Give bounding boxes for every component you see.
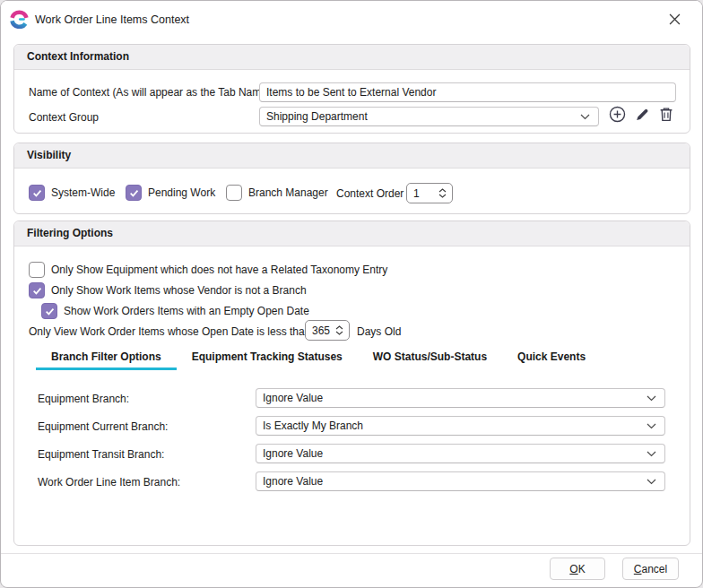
system-wide-checkbox-field[interactable]: System-Wide: [29, 185, 115, 201]
days-old-label: Days Old: [357, 325, 401, 338]
equipment-branch-value: Ignore Value: [263, 392, 323, 404]
name-of-context-label: Name of Context (As will appear as the T…: [29, 86, 271, 99]
empty-open-date-checkbox-field[interactable]: Show Work Orders Items with an Empty Ope…: [41, 303, 309, 319]
chevron-down-icon: [647, 447, 656, 460]
equipment-transit-branch-combobox[interactable]: Ignore Value: [256, 444, 665, 463]
spin-down-icon[interactable]: [335, 331, 343, 335]
tab-equipment-tracking-statuses[interactable]: Equipment Tracking Statuses: [177, 346, 358, 370]
check-icon: [129, 188, 139, 198]
days-old-spinner[interactable]: 365: [305, 320, 350, 341]
close-button[interactable]: [661, 8, 688, 33]
taxonomy-entry-label: Only Show Equipment which does not have …: [51, 264, 387, 276]
context-order-label: Context Order: [336, 187, 404, 200]
context-information-group: Context Information Name of Context (As …: [13, 44, 690, 134]
context-order-value: 1: [413, 187, 420, 200]
context-information-header: Context Information: [14, 45, 690, 70]
context-group-combobox[interactable]: Shipping Department: [259, 107, 599, 126]
filtering-options-group: Filtering Options Only Show Equipment wh…: [13, 220, 690, 546]
empty-open-date-label: Show Work Orders Items with an Empty Ope…: [64, 305, 309, 317]
work-order-line-item-branch-combobox[interactable]: Ignore Value: [256, 471, 665, 491]
ok-button[interactable]: OK: [550, 558, 605, 580]
window-title: Work Order Line Items Context: [35, 13, 189, 26]
visibility-group: Visibility System-Wide Pending Work Bran…: [13, 143, 690, 214]
tab-branch-filter-options[interactable]: Branch Filter Options: [36, 346, 177, 370]
equipment-transit-branch-value: Ignore Value: [263, 447, 323, 460]
title-bar: Work Order Line Items Context: [1, 1, 702, 40]
close-icon: [669, 13, 681, 28]
vendor-not-branch-checkbox[interactable]: [29, 282, 45, 298]
equipment-current-branch-label: Equipment Current Branch:: [38, 420, 168, 433]
footer-separator: [1, 553, 702, 554]
check-icon: [45, 307, 55, 316]
tab-label: Equipment Tracking Statuses: [192, 350, 343, 363]
equipment-branch-combobox[interactable]: Ignore Value: [256, 388, 665, 408]
pending-work-checkbox-field[interactable]: Pending Work: [126, 185, 215, 201]
check-icon: [32, 286, 42, 296]
equipment-branch-label: Equipment Branch:: [38, 393, 129, 405]
chevron-down-icon: [647, 419, 656, 432]
context-group-value: Shipping Department: [266, 110, 368, 123]
tab-quick-events[interactable]: Quick Events: [502, 346, 601, 370]
visibility-header: Visibility: [14, 143, 690, 169]
edit-context-group-button[interactable]: [631, 104, 654, 126]
spin-up-icon[interactable]: [335, 325, 343, 330]
tab-label: Quick Events: [517, 350, 586, 363]
pencil-icon: [635, 107, 650, 125]
work-order-line-items-context-dialog: Work Order Line Items Context Context In…: [0, 0, 703, 588]
spin-up-icon[interactable]: [438, 188, 447, 193]
taxonomy-entry-checkbox[interactable]: [29, 262, 45, 278]
context-group-label: Context Group: [29, 111, 99, 124]
tab-wo-status-sub-status[interactable]: WO Status/Sub-Status: [358, 346, 502, 370]
system-wide-checkbox[interactable]: [29, 185, 45, 201]
equipment-current-branch-combobox[interactable]: Is Exactly My Branch: [256, 416, 665, 436]
chevron-down-icon: [647, 392, 656, 404]
filtering-options-header: Filtering Options: [14, 221, 690, 246]
cancel-button[interactable]: Cancel: [622, 558, 679, 580]
spin-down-icon[interactable]: [438, 194, 447, 198]
days-old-value: 365: [312, 324, 330, 337]
branch-manager-checkbox-field[interactable]: Branch Manager: [226, 185, 328, 201]
equipment-transit-branch-label: Equipment Transit Branch:: [38, 448, 164, 461]
app-logo-icon: [10, 10, 29, 29]
empty-open-date-checkbox[interactable]: [41, 303, 57, 319]
add-circle-icon: [609, 106, 626, 125]
check-icon: [32, 188, 42, 198]
pending-work-label: Pending Work: [148, 186, 215, 199]
chevron-down-icon: [580, 110, 590, 123]
vendor-not-branch-checkbox-field[interactable]: Only Show Work Items whose Vendor is not…: [29, 282, 307, 298]
tab-label: Branch Filter Options: [51, 350, 161, 363]
delete-context-group-button[interactable]: [655, 104, 677, 126]
equipment-current-branch-value: Is Exactly My Branch: [263, 419, 363, 432]
pending-work-checkbox[interactable]: [126, 185, 142, 201]
branch-manager-label: Branch Manager: [248, 186, 328, 199]
open-date-prefix-label: Only View Work Order Items whose Open Da…: [29, 325, 310, 338]
branch-manager-checkbox[interactable]: [226, 185, 242, 201]
tab-label: WO Status/Sub-Status: [373, 350, 487, 363]
filter-tabs: Branch Filter Options Equipment Tracking…: [36, 346, 601, 370]
trash-icon: [659, 107, 673, 125]
work-order-line-item-branch-label: Work Order Line Item Branch:: [38, 476, 180, 489]
context-order-spinner[interactable]: 1: [406, 183, 453, 203]
taxonomy-entry-checkbox-field[interactable]: Only Show Equipment which does not have …: [29, 262, 387, 278]
vendor-not-branch-label: Only Show Work Items whose Vendor is not…: [51, 284, 307, 297]
name-of-context-input[interactable]: [259, 82, 676, 102]
work-order-line-item-branch-value: Ignore Value: [263, 475, 323, 488]
system-wide-label: System-Wide: [51, 186, 115, 199]
chevron-down-icon: [647, 475, 656, 488]
add-context-group-button[interactable]: [606, 104, 629, 126]
